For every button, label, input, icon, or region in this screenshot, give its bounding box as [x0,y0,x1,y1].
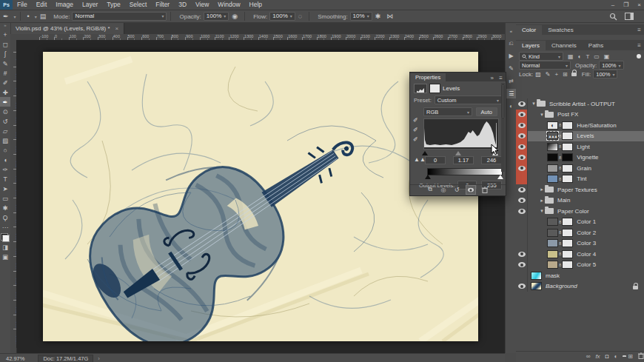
properties-title-bar[interactable]: Properties » ≡ [410,73,506,81]
layer-row-hue-saturation[interactable]: ◐8Hue/Saturation [516,120,644,131]
layer-row-paper-color[interactable]: ▾Paper Color [516,206,644,217]
lock-transparency-icon[interactable]: ▨ [535,71,541,78]
toolbar-collapse-icon[interactable]: » [4,23,6,30]
properties-panel-icon[interactable]: ☰ [506,89,516,98]
group-expander-icon[interactable]: ▾ [539,112,545,118]
menu-help[interactable]: Help [245,0,266,10]
menu-type[interactable]: Type [102,0,124,10]
properties-collapse-icon[interactable]: » [491,75,494,81]
tab-swatches[interactable]: Swatches [542,25,580,35]
layer-row-post-fx[interactable]: ▾Post FX [516,110,644,121]
layer-thumbnail[interactable] [531,272,542,280]
adjustments-panel-icon[interactable]: ◐ [506,101,516,111]
brush-preset-icon[interactable]: • [27,13,30,20]
layer-thumbnail[interactable] [547,261,558,269]
reset-adjustment-icon[interactable]: ↺ [452,186,461,194]
white-point-dropper-icon[interactable]: ✐ [413,136,418,143]
layer-thumbnail[interactable] [547,239,558,247]
tab-color[interactable]: Color [516,25,542,35]
layer-row-tint[interactable]: 8Tint [516,174,644,185]
workspace-switcher-icon[interactable] [625,13,634,20]
toggle-visibility-icon[interactable] [466,185,476,195]
zoom-tool[interactable]: Ϙ [0,212,10,222]
menu-select[interactable]: Select [125,0,152,10]
layer-row-color-1[interactable]: 8Color 1 [516,217,644,228]
layer-row-color-4[interactable]: 8Color 4 [516,249,644,260]
marquee-tool[interactable]: ◻ [0,39,10,49]
add-layer-mask-icon[interactable]: ◘ [606,353,609,360]
menu-file[interactable]: File [13,0,32,10]
link-layers-icon[interactable]: ∞ [586,353,591,360]
layer-visibility-toggle[interactable] [516,184,528,195]
healing-brush-tool[interactable]: ✚ [0,87,10,97]
layer-row-color-5[interactable]: 8Color 5 [516,260,644,271]
flow-select[interactable]: 100%▾ [269,12,295,21]
black-point-dropper-icon[interactable]: ✐ [413,117,418,124]
smoothing-select[interactable]: 10%▾ [350,12,372,21]
close-button[interactable]: × [637,0,641,10]
brush-tool[interactable]: ✒ [0,97,10,107]
background-color-swatch[interactable] [2,235,10,242]
layer-row-main[interactable]: ▸Main [516,195,644,207]
layer-row-light[interactable]: 8Light [516,141,644,152]
blend-mode-select[interactable]: Normal▾ [519,61,571,70]
layer-visibility-toggle[interactable] [516,281,528,292]
filter-pixel-layers-icon[interactable]: ▦ [568,53,574,60]
opacity-select[interactable]: 100%▾ [204,12,229,21]
tab-channels[interactable]: Channels [546,41,583,50]
layer-row-vignette[interactable]: 8Vignette [516,152,644,164]
layer-visibility-toggle[interactable] [516,174,528,185]
brush-preset-dropdown-icon[interactable]: ▾ [35,14,37,19]
layer-visibility-toggle[interactable] [516,238,528,249]
menu-window[interactable]: Window [213,0,244,10]
layer-thumbnail[interactable] [547,250,558,258]
layer-row-color-2[interactable]: 8Color 2 [516,227,644,238]
clip-to-layer-icon[interactable]: ⧉ [426,186,435,194]
group-expander-icon[interactable]: ▾ [539,208,545,214]
layer-visibility-toggle[interactable] [516,206,528,217]
hand-tool[interactable]: ✱ [0,203,10,212]
layer-mask-thumbnail[interactable] [562,164,573,172]
airbrush-icon[interactable]: ◌ [298,13,302,20]
filter-kind-select[interactable]: Kind ▾ [519,52,563,61]
layer-visibility-toggle[interactable] [516,217,528,228]
layer-mask-thumbnail[interactable] [562,218,573,226]
output-black-slider[interactable] [425,175,431,179]
adjustment-mask-icon[interactable] [429,84,440,93]
move-tool[interactable]: + [0,30,10,39]
smoothing-options-gear-icon[interactable]: ✱ [375,13,381,20]
history-brush-tool[interactable]: ↺ [0,116,10,126]
menu-edit[interactable]: Edit [32,0,52,10]
tab-paths[interactable]: Paths [583,41,609,50]
actions-panel-icon[interactable]: ▶ [506,51,516,61]
layer-thumbnail[interactable] [531,282,542,290]
group-expander-icon[interactable]: ▸ [539,187,545,192]
gamma-input-slider[interactable] [455,151,461,155]
toggle-brush-panel-icon[interactable]: ▤ [40,13,47,20]
filter-adjustment-layers-icon[interactable]: ◐ [578,53,582,60]
minimize-button[interactable]: – [611,0,614,10]
layer-row-scribble-artist-output[interactable]: ▾Scribble Artist - OUTPUT [516,98,644,110]
tab-layers[interactable]: Layers [516,41,546,50]
pressure-opacity-icon[interactable]: ◉ [232,13,238,20]
menu-layer[interactable]: Layer [78,0,102,10]
layer-row-grain[interactable]: 8Grain [516,163,644,174]
layer-thumbnail[interactable]: ◐ [547,121,558,130]
clone-source-panel-icon[interactable]: ⇄ [506,76,516,86]
layer-thumbnail[interactable] [547,218,558,226]
menu-image[interactable]: Image [51,0,78,10]
group-expander-icon[interactable]: ▸ [539,198,545,204]
filter-toggle-icon[interactable] [637,54,641,58]
search-icon[interactable] [609,13,617,21]
input-white-value[interactable]: 246 [481,156,502,164]
layer-visibility-toggle[interactable] [516,163,528,174]
channel-select[interactable]: RGB▾ [423,107,472,116]
layer-visibility-toggle[interactable] [516,195,528,207]
delete-layer-icon[interactable] [638,352,644,361]
layer-visibility-toggle[interactable] [516,152,528,164]
layer-visibility-toggle[interactable] [516,141,528,152]
clone-stamp-tool[interactable]: ⊙ [0,107,10,116]
lock-artboard-icon[interactable]: ⊞ [563,71,568,78]
layer-thumbnail[interactable] [547,143,558,151]
tool-preset-dropdown-icon[interactable]: ▾ [14,14,16,19]
